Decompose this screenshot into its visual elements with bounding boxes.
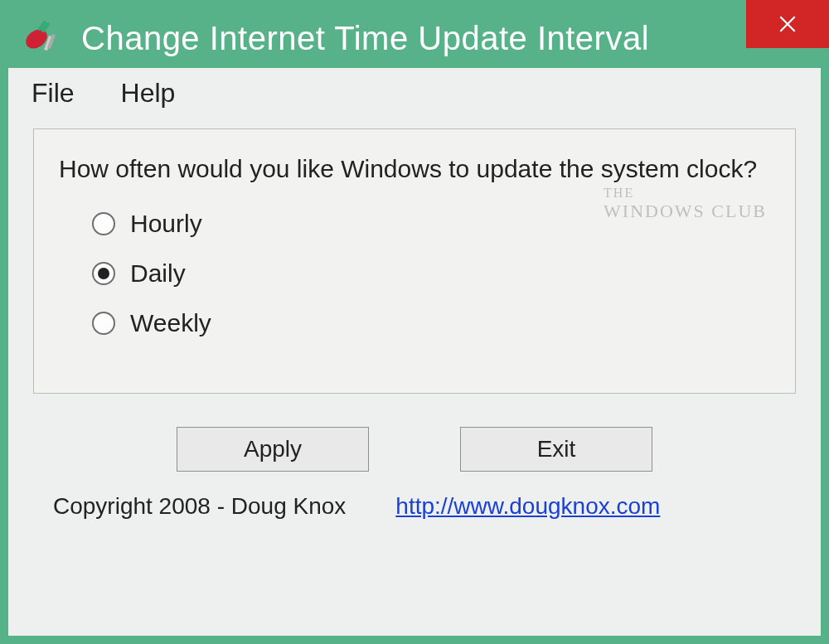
radio-hourly-label: Hourly [130,210,202,238]
radio-daily-indicator [92,262,115,285]
apply-button[interactable]: Apply [177,427,369,472]
watermark-line1: THE [604,186,767,201]
menu-bar: File Help [8,68,821,120]
title-bar: Change Internet Time Update Interval [8,8,821,68]
menu-file[interactable]: File [25,75,81,112]
content-area: How often would you like Windows to upda… [8,120,821,520]
exit-button[interactable]: Exit [460,427,652,472]
copyright-text: Copyright 2008 - Doug Knox [53,493,346,520]
app-icon [20,19,58,57]
author-link[interactable]: http://www.dougknox.com [395,493,660,520]
button-row: Apply Exit [33,427,796,472]
radio-weekly-label: Weekly [130,309,211,337]
prompt-text: How often would you like Windows to upda… [59,153,770,185]
radio-weekly[interactable]: Weekly [92,309,770,337]
footer: Copyright 2008 - Doug Knox http://www.do… [33,472,796,520]
radio-hourly-indicator [92,212,115,235]
watermark: THE WINDOWS CLUB [604,186,767,222]
radio-daily[interactable]: Daily [92,259,770,288]
watermark-line2: WINDOWS CLUB [604,201,767,222]
close-button[interactable] [746,0,829,48]
window-title: Change Internet Time Update Interval [81,20,649,57]
interval-groupbox: How often would you like Windows to upda… [33,128,796,394]
radio-daily-label: Daily [130,259,186,288]
close-icon [777,13,798,35]
menu-help[interactable]: Help [114,75,182,112]
app-window: Change Internet Time Update Interval Fil… [0,0,829,644]
interval-radio-group: Hourly Daily Weekly [92,210,770,337]
radio-weekly-indicator [92,312,115,335]
